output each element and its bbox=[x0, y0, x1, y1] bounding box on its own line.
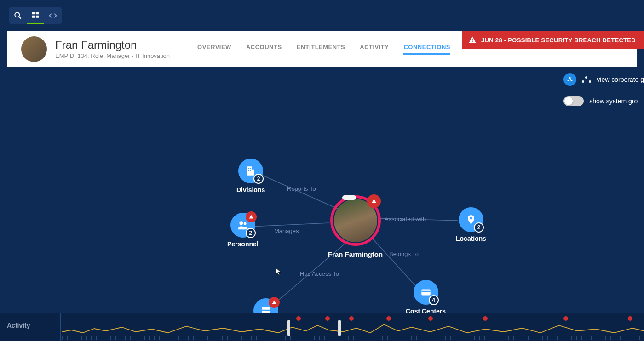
node-label: Divisions bbox=[236, 186, 265, 193]
avatar bbox=[21, 36, 47, 62]
center-label: Fran Farmington bbox=[328, 250, 383, 258]
timeline-event-dot[interactable] bbox=[296, 316, 301, 321]
node-cost-centers[interactable]: 4 Cost Centers bbox=[406, 280, 446, 315]
tab-activity[interactable]: ACTIVITY bbox=[360, 44, 389, 55]
timeline-chart bbox=[62, 322, 644, 335]
svg-rect-2 bbox=[32, 12, 35, 14]
alert-triangle-icon bbox=[248, 214, 254, 220]
person-subtitle: EMPID: 134: Role: Manager - IT Innovatio… bbox=[55, 52, 170, 59]
svg-rect-5 bbox=[36, 15, 39, 17]
view-corporate-label: view corporate g bbox=[597, 76, 644, 83]
edge-label-reports-to: Reports To bbox=[287, 185, 316, 192]
show-system-label: show system gro bbox=[589, 97, 638, 105]
view-corporate-row[interactable]: view corporate g bbox=[564, 73, 644, 86]
alert-triangle-icon bbox=[271, 300, 277, 305]
svg-rect-16 bbox=[250, 168, 251, 169]
count-badge: 2 bbox=[246, 228, 256, 238]
timeline-event-dot[interactable] bbox=[349, 316, 354, 321]
alert-triangle-icon bbox=[468, 36, 477, 44]
alert-badge bbox=[269, 297, 280, 308]
svg-point-0 bbox=[15, 12, 19, 17]
tab-entitlements[interactable]: ENTITLEMENTS bbox=[297, 44, 345, 55]
svg-rect-17 bbox=[248, 170, 249, 171]
timeline-event-dot[interactable] bbox=[428, 316, 433, 321]
hierarchy-icon bbox=[582, 76, 591, 83]
tab-accounts[interactable]: ACCOUNTS bbox=[246, 44, 282, 55]
timeline-event-dot[interactable] bbox=[386, 316, 391, 321]
alert-text: JUN 28 - POSSIBLE SECURITY BREACH DETECT… bbox=[481, 37, 636, 44]
node-divisions[interactable]: 2 Divisions bbox=[236, 159, 265, 193]
top-toolbar bbox=[0, 0, 644, 31]
svg-rect-13 bbox=[247, 166, 252, 176]
node-label: Personnel bbox=[227, 240, 259, 248]
code-view-icon[interactable] bbox=[44, 7, 62, 24]
tab-overview[interactable]: OVERVIEW bbox=[197, 44, 231, 55]
svg-point-19 bbox=[239, 221, 243, 225]
svg-line-1 bbox=[19, 17, 21, 19]
show-system-row: show system gro bbox=[564, 96, 638, 106]
node-locations[interactable]: 2 Locations bbox=[456, 207, 486, 242]
show-system-toggle[interactable] bbox=[564, 96, 584, 106]
edge-label-associated-with: Associated with bbox=[385, 216, 426, 222]
node-personnel[interactable]: 2 Personnel bbox=[227, 213, 259, 248]
connections-graph[interactable]: Reports To Manages Has Access To Associa… bbox=[7, 67, 644, 313]
node-label: Locations bbox=[456, 235, 486, 242]
toolbar-mode-group bbox=[9, 7, 62, 24]
svg-point-23 bbox=[263, 308, 264, 309]
count-badge: 2 bbox=[474, 222, 484, 233]
svg-rect-7 bbox=[472, 41, 473, 42]
corporate-solid-icon bbox=[564, 73, 576, 86]
timeline-event-dot[interactable] bbox=[483, 316, 488, 321]
svg-rect-14 bbox=[252, 170, 254, 176]
timeline-events bbox=[0, 316, 644, 322]
edge-label-belongs-to: Belongs To bbox=[389, 250, 419, 257]
svg-rect-27 bbox=[421, 291, 431, 292]
timeline-handle-end[interactable] bbox=[338, 320, 341, 336]
svg-rect-21 bbox=[262, 307, 270, 310]
svg-rect-4 bbox=[32, 15, 35, 17]
graph-side-controls: view corporate g show system gro bbox=[564, 73, 644, 106]
timeline-ticks bbox=[62, 336, 644, 341]
svg-line-31 bbox=[569, 78, 570, 81]
timeline-event-dot[interactable] bbox=[325, 316, 330, 321]
timeline-event-dot[interactable] bbox=[628, 316, 632, 321]
edge-label-manages: Manages bbox=[274, 227, 299, 234]
count-badge: 2 bbox=[253, 174, 264, 184]
svg-rect-6 bbox=[472, 39, 473, 41]
svg-point-20 bbox=[244, 222, 247, 225]
card-view-icon[interactable] bbox=[27, 7, 44, 24]
node-center-person[interactable]: Fran Farmington bbox=[328, 195, 383, 258]
search-icon[interactable] bbox=[9, 7, 27, 24]
timeline-event-dot[interactable] bbox=[564, 316, 568, 321]
activity-timeline[interactable]: Activity bbox=[0, 313, 644, 341]
security-alert-banner[interactable]: JUN 28 - POSSIBLE SECURITY BREACH DETECT… bbox=[462, 31, 644, 49]
count-badge: 4 bbox=[429, 295, 439, 305]
alert-badge bbox=[367, 194, 381, 208]
tab-connections[interactable]: CONNECTIONS bbox=[403, 44, 450, 55]
svg-rect-3 bbox=[36, 12, 39, 14]
person-info: Fran Farmington EMPID: 134: Role: Manage… bbox=[55, 39, 170, 59]
svg-line-9 bbox=[251, 223, 329, 227]
svg-rect-18 bbox=[250, 170, 251, 171]
edge-label-has-access-to: Has Access To bbox=[300, 270, 339, 277]
svg-point-25 bbox=[470, 217, 472, 220]
svg-line-32 bbox=[570, 78, 572, 81]
mouse-cursor bbox=[276, 267, 282, 276]
person-name: Fran Farmington bbox=[55, 39, 170, 51]
alert-triangle-icon bbox=[371, 198, 377, 205]
timeline-label: Activity bbox=[7, 322, 30, 329]
svg-rect-15 bbox=[248, 168, 249, 169]
timeline-handle-start[interactable] bbox=[288, 320, 290, 336]
alert-badge bbox=[246, 211, 257, 222]
